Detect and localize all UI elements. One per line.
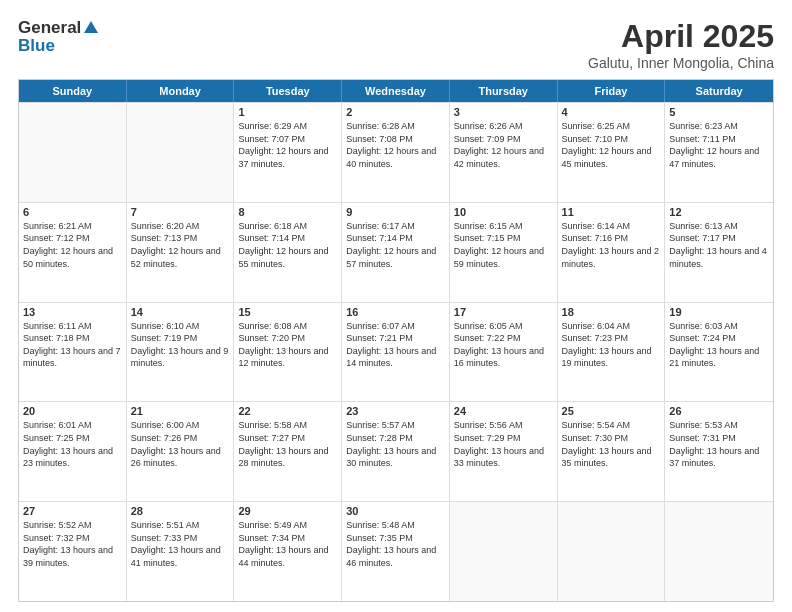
calendar-cell: 4Sunrise: 6:25 AMSunset: 7:10 PMDaylight… [558,103,666,202]
weekday-header: Saturday [665,80,773,102]
calendar-cell: 8Sunrise: 6:18 AMSunset: 7:14 PMDaylight… [234,203,342,302]
day-number: 30 [346,505,445,517]
calendar-row: 1Sunrise: 6:29 AMSunset: 7:07 PMDaylight… [19,102,773,202]
weekday-header: Friday [558,80,666,102]
calendar-cell: 9Sunrise: 6:17 AMSunset: 7:14 PMDaylight… [342,203,450,302]
logo-general: General [18,18,81,38]
calendar-page: General Blue April 2025 Galutu, Inner Mo… [0,0,792,612]
day-number: 27 [23,505,122,517]
day-number: 22 [238,405,337,417]
day-number: 2 [346,106,445,118]
calendar-header: SundayMondayTuesdayWednesdayThursdayFrid… [19,80,773,102]
weekday-header: Wednesday [342,80,450,102]
calendar-cell: 15Sunrise: 6:08 AMSunset: 7:20 PMDayligh… [234,303,342,402]
calendar-cell: 17Sunrise: 6:05 AMSunset: 7:22 PMDayligh… [450,303,558,402]
cell-info: Sunrise: 5:53 AMSunset: 7:31 PMDaylight:… [669,419,769,469]
cell-info: Sunrise: 6:21 AMSunset: 7:12 PMDaylight:… [23,220,122,270]
logo-icon [82,19,100,37]
day-number: 17 [454,306,553,318]
cell-info: Sunrise: 6:00 AMSunset: 7:26 PMDaylight:… [131,419,230,469]
day-number: 11 [562,206,661,218]
day-number: 4 [562,106,661,118]
day-number: 21 [131,405,230,417]
cell-info: Sunrise: 5:48 AMSunset: 7:35 PMDaylight:… [346,519,445,569]
calendar-cell: 5Sunrise: 6:23 AMSunset: 7:11 PMDaylight… [665,103,773,202]
day-number: 26 [669,405,769,417]
weekday-header: Tuesday [234,80,342,102]
calendar-cell: 7Sunrise: 6:20 AMSunset: 7:13 PMDaylight… [127,203,235,302]
cell-info: Sunrise: 6:15 AMSunset: 7:15 PMDaylight:… [454,220,553,270]
calendar-cell: 30Sunrise: 5:48 AMSunset: 7:35 PMDayligh… [342,502,450,601]
calendar-cell: 11Sunrise: 6:14 AMSunset: 7:16 PMDayligh… [558,203,666,302]
day-number: 20 [23,405,122,417]
calendar-cell: 28Sunrise: 5:51 AMSunset: 7:33 PMDayligh… [127,502,235,601]
logo: General Blue [18,18,101,56]
calendar-cell: 22Sunrise: 5:58 AMSunset: 7:27 PMDayligh… [234,402,342,501]
calendar-cell: 6Sunrise: 6:21 AMSunset: 7:12 PMDaylight… [19,203,127,302]
day-number: 24 [454,405,553,417]
calendar-cell: 16Sunrise: 6:07 AMSunset: 7:21 PMDayligh… [342,303,450,402]
cell-info: Sunrise: 5:51 AMSunset: 7:33 PMDaylight:… [131,519,230,569]
svg-marker-0 [84,21,98,33]
calendar-cell: 23Sunrise: 5:57 AMSunset: 7:28 PMDayligh… [342,402,450,501]
calendar: SundayMondayTuesdayWednesdayThursdayFrid… [18,79,774,602]
calendar-cell [450,502,558,601]
calendar-cell: 25Sunrise: 5:54 AMSunset: 7:30 PMDayligh… [558,402,666,501]
cell-info: Sunrise: 6:17 AMSunset: 7:14 PMDaylight:… [346,220,445,270]
day-number: 16 [346,306,445,318]
day-number: 18 [562,306,661,318]
cell-info: Sunrise: 6:04 AMSunset: 7:23 PMDaylight:… [562,320,661,370]
cell-info: Sunrise: 6:14 AMSunset: 7:16 PMDaylight:… [562,220,661,270]
calendar-cell [665,502,773,601]
day-number: 29 [238,505,337,517]
day-number: 12 [669,206,769,218]
day-number: 8 [238,206,337,218]
day-number: 10 [454,206,553,218]
day-number: 14 [131,306,230,318]
calendar-cell: 24Sunrise: 5:56 AMSunset: 7:29 PMDayligh… [450,402,558,501]
calendar-cell [127,103,235,202]
calendar-cell [558,502,666,601]
weekday-header: Sunday [19,80,127,102]
header: General Blue April 2025 Galutu, Inner Mo… [18,18,774,71]
calendar-cell: 1Sunrise: 6:29 AMSunset: 7:07 PMDaylight… [234,103,342,202]
calendar-cell: 13Sunrise: 6:11 AMSunset: 7:18 PMDayligh… [19,303,127,402]
calendar-body: 1Sunrise: 6:29 AMSunset: 7:07 PMDaylight… [19,102,773,601]
weekday-header: Monday [127,80,235,102]
cell-info: Sunrise: 6:20 AMSunset: 7:13 PMDaylight:… [131,220,230,270]
cell-info: Sunrise: 5:49 AMSunset: 7:34 PMDaylight:… [238,519,337,569]
cell-info: Sunrise: 6:26 AMSunset: 7:09 PMDaylight:… [454,120,553,170]
calendar-cell: 21Sunrise: 6:00 AMSunset: 7:26 PMDayligh… [127,402,235,501]
cell-info: Sunrise: 6:13 AMSunset: 7:17 PMDaylight:… [669,220,769,270]
day-number: 3 [454,106,553,118]
calendar-cell: 12Sunrise: 6:13 AMSunset: 7:17 PMDayligh… [665,203,773,302]
day-number: 6 [23,206,122,218]
cell-info: Sunrise: 6:29 AMSunset: 7:07 PMDaylight:… [238,120,337,170]
calendar-cell: 2Sunrise: 6:28 AMSunset: 7:08 PMDaylight… [342,103,450,202]
calendar-row: 13Sunrise: 6:11 AMSunset: 7:18 PMDayligh… [19,302,773,402]
day-number: 28 [131,505,230,517]
location: Galutu, Inner Mongolia, China [588,55,774,71]
cell-info: Sunrise: 5:58 AMSunset: 7:27 PMDaylight:… [238,419,337,469]
weekday-header: Thursday [450,80,558,102]
cell-info: Sunrise: 5:56 AMSunset: 7:29 PMDaylight:… [454,419,553,469]
cell-info: Sunrise: 6:28 AMSunset: 7:08 PMDaylight:… [346,120,445,170]
day-number: 23 [346,405,445,417]
month-title: April 2025 [588,18,774,55]
day-number: 15 [238,306,337,318]
day-number: 13 [23,306,122,318]
calendar-row: 6Sunrise: 6:21 AMSunset: 7:12 PMDaylight… [19,202,773,302]
cell-info: Sunrise: 6:01 AMSunset: 7:25 PMDaylight:… [23,419,122,469]
logo-blue: Blue [18,36,55,56]
cell-info: Sunrise: 5:57 AMSunset: 7:28 PMDaylight:… [346,419,445,469]
title-area: April 2025 Galutu, Inner Mongolia, China [588,18,774,71]
calendar-cell: 27Sunrise: 5:52 AMSunset: 7:32 PMDayligh… [19,502,127,601]
cell-info: Sunrise: 6:05 AMSunset: 7:22 PMDaylight:… [454,320,553,370]
calendar-cell: 29Sunrise: 5:49 AMSunset: 7:34 PMDayligh… [234,502,342,601]
calendar-cell [19,103,127,202]
cell-info: Sunrise: 6:08 AMSunset: 7:20 PMDaylight:… [238,320,337,370]
cell-info: Sunrise: 6:25 AMSunset: 7:10 PMDaylight:… [562,120,661,170]
calendar-cell: 19Sunrise: 6:03 AMSunset: 7:24 PMDayligh… [665,303,773,402]
calendar-cell: 20Sunrise: 6:01 AMSunset: 7:25 PMDayligh… [19,402,127,501]
day-number: 25 [562,405,661,417]
